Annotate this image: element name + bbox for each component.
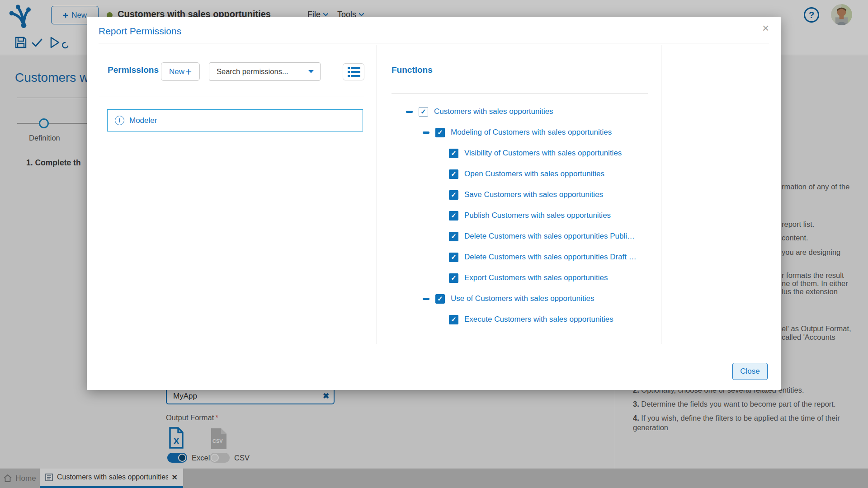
tree-item-label: Modeling of Customers with sales opportu… bbox=[451, 128, 612, 137]
tree-item-label: Save Customers with sales opportunities bbox=[464, 190, 603, 199]
plus-icon: + bbox=[185, 66, 192, 77]
report-permissions-modal: Report Permissions × Permissions New+ Se… bbox=[87, 17, 781, 390]
close-button[interactable]: Close bbox=[732, 363, 768, 380]
divider bbox=[377, 45, 377, 344]
search-permissions-select[interactable]: Search permissions... bbox=[209, 62, 321, 81]
functions-heading: Functions bbox=[392, 65, 433, 75]
checkbox-checked-icon[interactable]: ✓ bbox=[449, 211, 458, 221]
checkbox-checked-icon[interactable]: ✓ bbox=[435, 294, 445, 304]
tree-item-delete-published[interactable]: ✓ Delete Customers with sales opportunit… bbox=[449, 227, 635, 245]
search-permissions-placeholder: Search permissions... bbox=[217, 67, 308, 76]
tree-item-label: Export Customers with sales opportunitie… bbox=[464, 273, 608, 282]
tree-item-label: Use of Customers with sales opportunitie… bbox=[451, 294, 594, 303]
tree-item-use[interactable]: ✓ Use of Customers with sales opportunit… bbox=[423, 290, 594, 308]
tree-item-root[interactable]: ✓ Customers with sales opportunities bbox=[406, 103, 553, 121]
tree-item-modeling[interactable]: ✓ Modeling of Customers with sales oppor… bbox=[423, 123, 612, 141]
tree-item-save[interactable]: ✓ Save Customers with sales opportunitie… bbox=[449, 186, 603, 204]
list-icon bbox=[348, 75, 364, 77]
checkbox-checked-icon[interactable]: ✓ bbox=[435, 128, 445, 137]
permissions-heading: Permissions bbox=[108, 65, 159, 75]
new-permission-label: New bbox=[169, 67, 184, 76]
tree-item-label: Delete Customers with sales opportunitie… bbox=[464, 253, 637, 262]
tree-item-delete-draft[interactable]: ✓ Delete Customers with sales opportunit… bbox=[449, 248, 637, 266]
caret-down-icon bbox=[308, 70, 314, 73]
tree-item-label: Execute Customers with sales opportuniti… bbox=[464, 315, 613, 324]
checkbox-checked-icon[interactable]: ✓ bbox=[449, 315, 458, 324]
checkbox-checked-icon[interactable]: ✓ bbox=[449, 253, 458, 262]
collapse-icon[interactable] bbox=[406, 111, 413, 113]
divider bbox=[99, 43, 769, 43]
divider bbox=[99, 97, 364, 97]
list-icon bbox=[348, 67, 364, 69]
new-permission-button[interactable]: New+ bbox=[161, 62, 200, 81]
checkbox-checked-icon[interactable]: ✓ bbox=[419, 107, 428, 117]
screen: + New Customers with sales opportunities… bbox=[0, 0, 868, 488]
tree-item-export[interactable]: ✓ Export Customers with sales opportunit… bbox=[449, 269, 608, 287]
divider bbox=[392, 93, 648, 94]
tree-item-label: Publish Customers with sales opportuniti… bbox=[464, 211, 611, 220]
checkbox-checked-icon[interactable]: ✓ bbox=[449, 232, 458, 241]
checkbox-checked-icon[interactable]: ✓ bbox=[449, 190, 458, 200]
modal-close-icon[interactable]: × bbox=[762, 22, 769, 34]
divider bbox=[661, 45, 661, 344]
checkbox-checked-icon[interactable]: ✓ bbox=[449, 169, 458, 179]
collapse-icon[interactable] bbox=[423, 131, 429, 134]
tree-item-label: Visibility of Customers with sales oppor… bbox=[464, 149, 622, 158]
collapse-icon[interactable] bbox=[423, 298, 429, 300]
tree-item-label: Open Customers with sales opportunities bbox=[464, 169, 604, 178]
list-view-button[interactable] bbox=[343, 63, 364, 80]
info-icon[interactable]: i bbox=[115, 116, 124, 125]
permission-item-label: Modeler bbox=[129, 116, 157, 125]
list-icon bbox=[348, 71, 364, 73]
tree-item-execute[interactable]: ✓ Execute Customers with sales opportuni… bbox=[449, 310, 613, 328]
permission-item-modeler[interactable]: i Modeler bbox=[107, 109, 363, 131]
tree-item-open[interactable]: ✓ Open Customers with sales opportunitie… bbox=[449, 165, 604, 183]
tree-item-label: Customers with sales opportunities bbox=[434, 107, 553, 116]
checkbox-checked-icon[interactable]: ✓ bbox=[449, 149, 458, 158]
tree-item-label: Delete Customers with sales opportunitie… bbox=[464, 232, 635, 241]
checkbox-checked-icon[interactable]: ✓ bbox=[449, 273, 458, 283]
tree-item-publish[interactable]: ✓ Publish Customers with sales opportuni… bbox=[449, 206, 611, 225]
tree-item-visibility[interactable]: ✓ Visibility of Customers with sales opp… bbox=[449, 144, 622, 162]
modal-title: Report Permissions bbox=[99, 26, 181, 37]
